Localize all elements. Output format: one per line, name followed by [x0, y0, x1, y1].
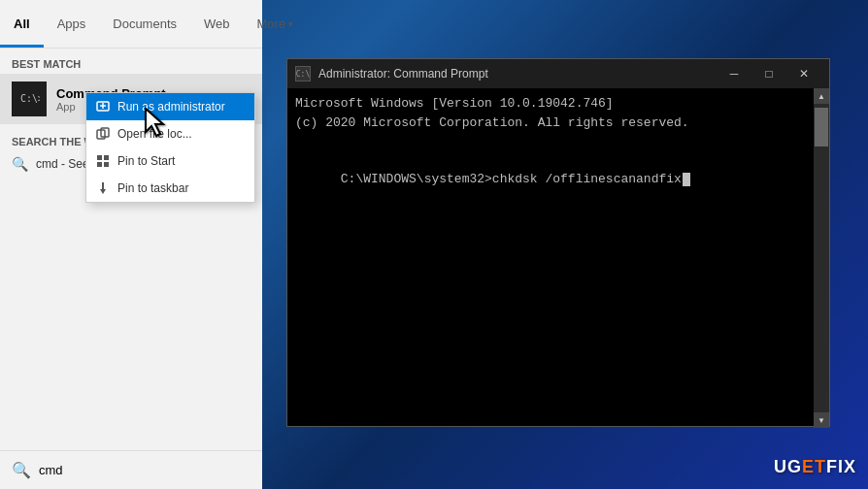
cmd-content: Microsoft Windows [Version 10.0.19042.74…: [287, 88, 829, 426]
watermark-text: UGETFIX: [774, 457, 856, 477]
tab-web[interactable]: Web: [190, 0, 244, 48]
start-menu-tabs: All Apps Documents Web More ▾: [0, 0, 262, 49]
tab-more-label: More: [257, 16, 286, 31]
pin-taskbar-icon: [96, 181, 110, 195]
watermark-accent: ET: [802, 457, 826, 476]
tab-apps[interactable]: Apps: [44, 0, 100, 48]
minimize-icon: ─: [730, 67, 739, 81]
close-button[interactable]: ✕: [786, 59, 821, 88]
tab-documents-label: Documents: [113, 16, 177, 31]
context-item-pin-start[interactable]: Pin to Start: [86, 147, 254, 175]
tab-all-label: All: [14, 16, 30, 31]
scrollbar-down-button[interactable]: ▼: [814, 412, 829, 428]
maximize-button[interactable]: □: [751, 59, 786, 88]
minimize-button[interactable]: ─: [717, 59, 751, 88]
chevron-down-icon: ▾: [288, 19, 293, 29]
window-controls: ─ □ ✕: [717, 59, 821, 88]
tab-all[interactable]: All: [0, 0, 44, 48]
cmd-title-icon: C:\: [295, 66, 311, 82]
context-menu: Run as administrator Open file loc...: [85, 92, 255, 203]
context-item-pin-taskbar[interactable]: Pin to taskbar: [86, 175, 254, 202]
context-item-open-file-label: Open file loc...: [117, 127, 192, 141]
context-item-open-file[interactable]: Open file loc...: [86, 120, 254, 147]
cmd-line-4: C:\WINDOWS\system32>chkdsk /offlinescana…: [295, 151, 821, 209]
scrollbar-thumb[interactable]: [815, 108, 828, 147]
context-item-run-admin[interactable]: Run as administrator: [86, 93, 254, 120]
svg-rect-10: [104, 162, 109, 167]
cmd-title-text: Administrator: Command Prompt: [318, 67, 713, 81]
svg-rect-7: [97, 155, 102, 160]
watermark-prefix: UG: [774, 457, 802, 476]
run-admin-icon: [96, 100, 110, 114]
context-item-run-admin-label: Run as administrator: [117, 100, 225, 114]
watermark: UGETFIX: [774, 457, 856, 477]
svg-rect-9: [97, 162, 102, 167]
cmd-app-icon: C:\>_: [12, 82, 47, 116]
cmd-prompt-text: C:\WINDOWS\system32>chkdsk /offlinescana…: [341, 172, 682, 186]
pin-start-icon: [96, 154, 110, 168]
best-match-label: Best match: [0, 49, 262, 74]
start-menu: All Apps Documents Web More ▾ Best match…: [0, 0, 262, 489]
cmd-line-2: (c) 2020 Microsoft Corporation. All righ…: [295, 114, 821, 133]
svg-marker-12: [100, 189, 106, 194]
search-bar: 🔍 cmd: [0, 450, 262, 489]
search-web-icon: 🔍: [12, 156, 28, 172]
watermark-suffix: FIX: [826, 457, 856, 476]
tab-documents[interactable]: Documents: [99, 0, 190, 48]
svg-rect-8: [104, 155, 109, 160]
svg-text:C:\>_: C:\>_: [20, 93, 40, 105]
search-bar-icon: 🔍: [12, 461, 31, 479]
context-item-pin-taskbar-label: Pin to taskbar: [117, 181, 188, 195]
cmd-line-1: Microsoft Windows [Version 10.0.19042.74…: [295, 94, 821, 114]
cmd-line-3: [295, 132, 821, 151]
close-icon: ✕: [799, 67, 809, 81]
cmd-titlebar: C:\ Administrator: Command Prompt ─ □ ✕: [287, 59, 829, 88]
scrollbar-up-button[interactable]: ▲: [814, 88, 829, 104]
search-bar-value[interactable]: cmd: [39, 463, 63, 477]
maximize-icon: □: [765, 67, 772, 81]
cmd-cursor: [683, 173, 690, 186]
tab-apps-label: Apps: [57, 16, 86, 31]
tab-more[interactable]: More ▾: [244, 0, 308, 48]
context-item-pin-start-label: Pin to Start: [117, 154, 175, 168]
tab-web-label: Web: [204, 16, 230, 31]
open-file-icon: [96, 127, 110, 141]
cmd-window: C:\ Administrator: Command Prompt ─ □ ✕ …: [286, 58, 830, 427]
cmd-scrollbar: ▲ ▼: [814, 88, 829, 428]
